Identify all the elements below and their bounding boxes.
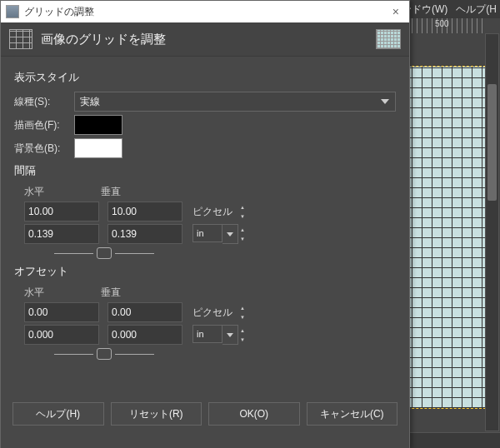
offset-px-unit: ピクセル <box>192 306 232 320</box>
spacing-chain[interactable] <box>54 247 154 259</box>
up-icon[interactable]: ▲ <box>240 202 245 212</box>
reset-button[interactable]: リセット(R) <box>111 402 202 426</box>
line-style-select[interactable]: 実線 <box>74 92 396 112</box>
chevron-down-icon[interactable] <box>222 224 238 244</box>
down-icon[interactable]: ▼ <box>240 212 245 221</box>
offset-unit-select[interactable]: in <box>192 325 238 345</box>
down-icon[interactable]: ▼ <box>240 335 245 344</box>
app-icon <box>6 5 19 18</box>
offset-h-in[interactable]: ▲▼ <box>24 325 99 345</box>
up-icon[interactable]: ▲ <box>240 303 245 312</box>
up-icon[interactable]: ▲ <box>240 326 245 335</box>
dialog-header: 画像のグリッドを調整 <box>1 22 409 57</box>
bg-color-label: 背景色(B): <box>14 142 74 156</box>
cancel-button[interactable]: キャンセル(C) <box>307 402 398 426</box>
section-spacing: 間隔 <box>14 163 396 178</box>
ok-button[interactable]: OK(O) <box>208 402 300 426</box>
image-thumbnail <box>376 29 401 49</box>
dialog-body: 表示スタイル 線種(S): 実線 描画色(F): 背景色(B): 間隔 水平 <box>1 57 409 448</box>
offset-v-in[interactable]: ▲▼ <box>108 325 182 345</box>
offset-v-px[interactable]: ▲▼ <box>108 302 182 322</box>
bg-color-swatch[interactable] <box>74 138 122 158</box>
dialog-titlebar[interactable]: グリッドの調整 × <box>1 1 409 22</box>
up-icon[interactable]: ▲ <box>240 225 245 234</box>
down-icon[interactable]: ▼ <box>240 312 245 321</box>
section-appearance: 表示スタイル <box>14 70 396 85</box>
close-icon[interactable]: × <box>388 5 404 18</box>
fg-color-label: 描画色(F): <box>14 118 74 132</box>
app-root: ウィンドウ(W) ヘルプ(H グリッドの調整 × 画像のグリッドを調整 表示スタ… <box>0 0 500 448</box>
spacing-h-px[interactable]: ▲▼ <box>24 202 99 222</box>
spacing-v-label: 垂直 <box>101 185 178 199</box>
spacing-h-in[interactable]: ▲▼ <box>24 224 99 244</box>
chevron-down-icon[interactable] <box>222 325 238 345</box>
spacing-unit-select[interactable]: in <box>192 224 238 244</box>
configure-grid-dialog: グリッドの調整 × 画像のグリッドを調整 表示スタイル 線種(S): 実線 描画… <box>0 0 410 448</box>
dialog-title: グリッドの調整 <box>24 5 388 19</box>
help-button[interactable]: ヘルプ(H) <box>12 402 104 426</box>
dialog-heading: 画像のグリッドを調整 <box>41 32 376 47</box>
line-style-label: 線種(S): <box>14 95 74 109</box>
menu-help[interactable]: ヘルプ(H <box>456 2 497 17</box>
down-icon[interactable]: ▼ <box>240 234 245 243</box>
section-offset: オフセット <box>14 264 396 279</box>
fg-color-swatch[interactable] <box>74 115 122 135</box>
offset-chain[interactable] <box>54 348 154 360</box>
spacing-h-label: 水平 <box>24 185 101 199</box>
spacing-v-in[interactable]: ▲▼ <box>108 224 182 244</box>
scrollbar-vertical[interactable] <box>485 33 499 431</box>
dialog-actions: ヘルプ(H) リセット(R) OK(O) キャンセル(C) <box>1 394 409 448</box>
offset-h-px[interactable]: ▲▼ <box>24 302 99 322</box>
grid-icon <box>9 29 32 49</box>
offset-v-label: 垂直 <box>101 286 178 300</box>
scrollbar-thumb[interactable] <box>488 84 497 201</box>
chain-icon[interactable] <box>97 348 112 360</box>
chain-icon[interactable] <box>97 247 112 259</box>
offset-h-label: 水平 <box>24 286 101 300</box>
spacing-v-px[interactable]: ▲▼ <box>108 202 182 222</box>
spacing-px-unit: ピクセル <box>192 205 232 219</box>
